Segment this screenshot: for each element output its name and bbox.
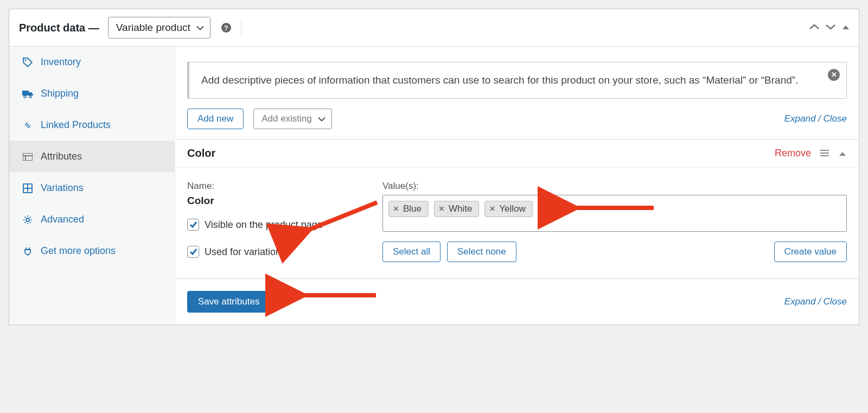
tag-text: Yellow xyxy=(499,204,526,214)
values-button-row: Select all Select none Create value xyxy=(382,242,847,262)
svg-line-14 xyxy=(307,202,377,231)
drag-handle-icon[interactable] xyxy=(820,147,829,160)
tabs-sidebar: Inventory Shipping Linked Products Attri… xyxy=(9,47,175,325)
svg-point-3 xyxy=(29,96,31,98)
panel-up-icon[interactable] xyxy=(809,22,820,34)
create-value-button[interactable]: Create value xyxy=(774,242,847,262)
attribute-title: Color xyxy=(187,147,215,160)
product-type-select[interactable]: Variable product xyxy=(108,17,210,39)
tab-inventory[interactable]: Inventory xyxy=(9,47,175,78)
annotation-arrow-icon xyxy=(289,284,381,308)
remove-attribute-link[interactable]: Remove xyxy=(775,148,811,159)
attribute-header[interactable]: Color Remove xyxy=(175,139,859,168)
attribute-left-col: Name: Color Visible on the product page xyxy=(187,181,361,262)
attributes-toolbar: Add new Add existing Expand / Close xyxy=(187,109,847,129)
used-label: Used for variations xyxy=(205,246,286,258)
panel-header: Product data — Variable product ? xyxy=(9,9,859,47)
used-checkbox-row: Used for variations xyxy=(187,246,361,258)
tab-label: Advanced xyxy=(41,214,84,225)
gear-icon xyxy=(22,214,33,225)
tab-get-more-options[interactable]: Get more options xyxy=(9,236,175,267)
tab-label: Variations xyxy=(41,182,84,194)
panel-down-icon[interactable] xyxy=(825,22,836,34)
tab-label: Shipping xyxy=(41,88,79,99)
add-existing-select[interactable]: Add existing xyxy=(253,109,332,129)
attribute-block: Color Remove Name: Color xyxy=(175,139,859,278)
vertical-divider xyxy=(241,20,241,36)
add-existing-placeholder: Add existing xyxy=(261,113,312,124)
close-link[interactable]: Close xyxy=(824,296,847,307)
expand-link[interactable]: Expand xyxy=(784,296,816,307)
link-icon xyxy=(22,120,33,131)
tab-label: Linked Products xyxy=(41,119,111,131)
expand-close-links: Expand / Close xyxy=(784,113,847,124)
save-attributes-button[interactable]: Save attributes xyxy=(187,291,270,313)
annotation-arrow-icon xyxy=(561,197,659,220)
select-all-button[interactable]: Select all xyxy=(382,242,441,262)
panel-header-controls xyxy=(809,22,850,34)
info-notice: Add descriptive pieces of information th… xyxy=(187,62,847,99)
tab-label: Get more options xyxy=(41,245,116,257)
svg-point-10 xyxy=(26,218,29,221)
tab-shipping[interactable]: Shipping xyxy=(9,78,175,110)
remove-tag-icon[interactable]: × xyxy=(439,204,446,214)
value-tag: ×Yellow xyxy=(484,201,532,217)
tag-text: White xyxy=(449,204,472,214)
panel-title: Product data — xyxy=(19,22,99,34)
select-none-button[interactable]: Select none xyxy=(447,242,516,262)
help-icon[interactable]: ? xyxy=(221,23,231,33)
dismiss-notice-icon[interactable]: ✕ xyxy=(828,69,840,81)
annotation-arrow-icon xyxy=(296,198,382,243)
svg-point-0 xyxy=(25,59,27,61)
list-icon xyxy=(22,151,33,162)
attribute-body: Name: Color Visible on the product page xyxy=(175,168,859,278)
svg-rect-4 xyxy=(23,153,33,161)
expand-close-links-footer: Expand / Close xyxy=(784,296,847,307)
tag-icon xyxy=(22,57,33,68)
tab-linked-products[interactable]: Linked Products xyxy=(9,110,175,141)
attribute-right-col: Value(s): ×Blue ×White ×Yellow Select al… xyxy=(382,181,847,262)
info-text: Add descriptive pieces of information th… xyxy=(201,74,798,86)
tab-label: Inventory xyxy=(41,56,81,68)
grid-icon xyxy=(22,183,33,194)
tab-attributes[interactable]: Attributes xyxy=(9,141,175,173)
tab-advanced[interactable]: Advanced xyxy=(9,204,175,236)
used-variations-checkbox[interactable] xyxy=(187,246,199,258)
svg-point-2 xyxy=(24,96,26,98)
remove-tag-icon[interactable]: × xyxy=(489,204,497,214)
panel-toggle-icon[interactable] xyxy=(841,22,850,34)
add-new-button[interactable]: Add new xyxy=(187,109,244,129)
value-tag: ×Blue xyxy=(388,201,429,217)
tab-variations[interactable]: Variations xyxy=(9,173,175,204)
values-label: Value(s): xyxy=(382,181,847,192)
tab-label: Attributes xyxy=(41,151,82,162)
svg-rect-1 xyxy=(22,91,29,96)
plug-icon xyxy=(22,246,33,257)
attributes-footer: Save attributes Expand / Close xyxy=(175,278,859,325)
product-type-value: Variable product xyxy=(116,22,190,33)
collapse-attribute-icon[interactable] xyxy=(838,147,847,160)
tag-text: Blue xyxy=(403,204,422,214)
value-tag: ×White xyxy=(434,201,479,217)
name-label: Name: xyxy=(187,181,361,192)
remove-tag-icon[interactable]: × xyxy=(393,204,401,214)
close-link[interactable]: Close xyxy=(824,113,847,124)
visible-checkbox[interactable] xyxy=(187,219,199,231)
expand-link[interactable]: Expand xyxy=(784,113,816,124)
truck-icon xyxy=(22,88,33,99)
main-content: Add descriptive pieces of information th… xyxy=(175,47,859,325)
product-data-panel: Product data — Variable product ? Invent… xyxy=(9,9,859,325)
